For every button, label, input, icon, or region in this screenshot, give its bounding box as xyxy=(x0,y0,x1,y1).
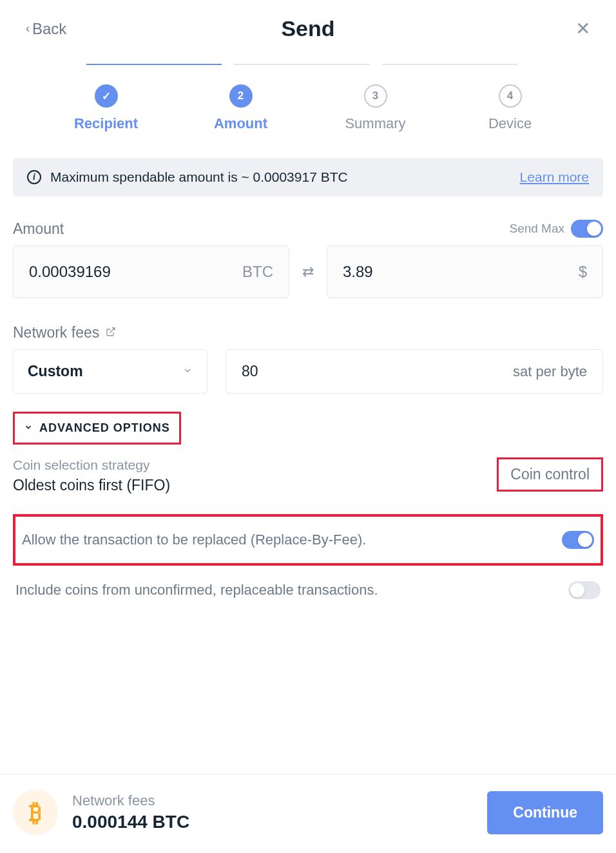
footer-fees-label: Network fees xyxy=(72,792,189,809)
rbf-label: Allow the transaction to be replaced (Re… xyxy=(22,532,366,548)
step-device: 4 Device xyxy=(443,84,577,132)
fiat-amount-input[interactable]: 3.89 $ xyxy=(327,245,603,298)
toggle-knob xyxy=(587,222,601,236)
close-icon: ✕ xyxy=(575,19,590,39)
unconfirmed-option-row: Include coins from unconfirmed, replacea… xyxy=(13,566,603,615)
send-max-toggle[interactable] xyxy=(571,220,603,238)
advanced-options-toggle[interactable]: ADVANCED OPTIONS xyxy=(13,412,181,445)
fee-rate-value: 80 xyxy=(242,363,258,380)
continue-button[interactable]: Continue xyxy=(487,791,603,834)
fee-rate-input[interactable]: 80 sat per byte xyxy=(226,349,603,394)
footer-fees-value: 0.000144 BTC xyxy=(72,812,189,832)
fee-row: Custom 80 sat per byte xyxy=(13,349,603,394)
chevron-left-icon: ‹ xyxy=(26,22,30,35)
step-recipient[interactable]: ✓ Recipient xyxy=(39,84,173,132)
swap-icon: ⇄ xyxy=(302,264,314,280)
info-text: Maximum spendable amount is ~ 0.0003917 … xyxy=(50,169,348,185)
learn-more-link[interactable]: Learn more xyxy=(520,169,589,185)
content: i Maximum spendable amount is ~ 0.000391… xyxy=(0,158,616,615)
rbf-option-row: Allow the transaction to be replaced (Re… xyxy=(13,514,603,566)
stepper: ✓ Recipient 2 Amount 3 Summary 4 Device xyxy=(0,52,616,158)
chevron-down-icon xyxy=(24,421,33,435)
step-circle: 2 xyxy=(229,84,253,108)
svg-line-0 xyxy=(110,328,115,332)
send-max-label: Send Max xyxy=(509,222,564,236)
coin-strategy-row: Coin selection strategy Oldest coins fir… xyxy=(13,457,603,494)
info-icon: i xyxy=(27,170,41,184)
fee-preset-select[interactable]: Custom xyxy=(13,349,207,394)
stepper-line xyxy=(234,64,369,65)
back-button[interactable]: ‹ Back xyxy=(26,20,66,38)
external-link-icon[interactable] xyxy=(106,327,116,340)
amount-row: 0.00039169 BTC ⇄ 3.89 $ xyxy=(13,245,603,298)
fees-label: Network fees xyxy=(13,324,99,341)
info-banner: i Maximum spendable amount is ~ 0.000391… xyxy=(13,158,603,196)
close-button[interactable]: ✕ xyxy=(575,18,590,39)
back-label: Back xyxy=(32,20,66,38)
step-circle: 4 xyxy=(499,84,522,108)
step-circle: ✓ xyxy=(95,84,118,108)
rbf-toggle[interactable] xyxy=(562,531,594,549)
modal-header: ‹ Back Send ✕ xyxy=(0,0,616,52)
step-summary: 3 Summary xyxy=(308,84,443,132)
fiat-value: 3.89 xyxy=(343,263,373,281)
footer: ₿ Network fees 0.000144 BTC Continue xyxy=(0,774,616,853)
step-label: Recipient xyxy=(74,115,138,132)
step-circle: 3 xyxy=(364,84,387,108)
coin-strategy-value: Oldest coins first (FIFO) xyxy=(13,477,170,494)
amount-label: Amount xyxy=(13,220,64,238)
stepper-line xyxy=(382,64,517,65)
fee-preset-value: Custom xyxy=(28,363,83,380)
toggle-knob xyxy=(578,533,592,547)
fiat-currency: $ xyxy=(579,263,587,281)
step-label: Summary xyxy=(345,115,405,132)
coin-strategy-label: Coin selection strategy xyxy=(13,457,170,473)
check-icon: ✓ xyxy=(102,90,111,103)
stepper-line xyxy=(86,64,222,65)
crypto-value: 0.00039169 xyxy=(29,263,111,281)
step-label: Amount xyxy=(214,115,267,132)
page-title: Send xyxy=(281,16,334,41)
advanced-label: ADVANCED OPTIONS xyxy=(39,421,170,435)
fee-rate-unit: sat per byte xyxy=(513,363,587,380)
coin-control-button[interactable]: Coin control xyxy=(497,457,603,492)
crypto-currency: BTC xyxy=(242,263,273,281)
step-label: Device xyxy=(488,115,532,132)
chevron-down-icon xyxy=(182,365,193,378)
step-amount[interactable]: 2 Amount xyxy=(173,84,308,132)
bitcoin-icon: ₿ xyxy=(13,790,58,835)
unconfirmed-toggle[interactable] xyxy=(568,581,601,599)
swap-button[interactable]: ⇄ xyxy=(302,264,314,280)
toggle-knob xyxy=(570,583,584,597)
crypto-amount-input[interactable]: 0.00039169 BTC xyxy=(13,245,289,298)
unconfirmed-label: Include coins from unconfirmed, replacea… xyxy=(15,582,378,599)
